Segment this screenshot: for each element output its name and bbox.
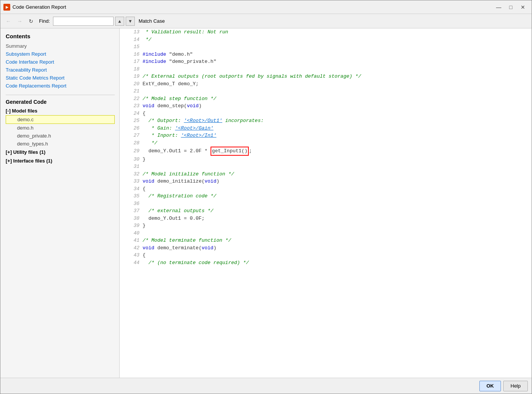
line-number: 27 — [120, 132, 141, 139]
line-content — [141, 66, 532, 73]
line-content: /* Model terminate function */ — [141, 237, 532, 244]
code-line: 20ExtY_demo_T demo_Y; — [120, 80, 532, 88]
code-hyperlink[interactable]: '<Root>/In1' — [181, 133, 217, 138]
close-button[interactable]: ✕ — [517, 3, 529, 12]
model-files-group: [-] Model files demo.c demo.h demo_priva… — [6, 108, 115, 148]
minimize-button[interactable]: — — [493, 3, 504, 12]
line-number: 15 — [120, 43, 141, 51]
forward-button[interactable]: → — [15, 16, 25, 26]
sidebar-link-subsystem[interactable]: Subsystem Report — [6, 51, 115, 57]
line-content: /* external outputs */ — [141, 207, 532, 215]
code-line: 34{ — [120, 185, 532, 193]
file-demo-c[interactable]: demo.c — [6, 115, 115, 124]
line-number: 33 — [120, 178, 141, 185]
find-down-button[interactable]: ▼ — [126, 17, 135, 26]
code-hyperlink[interactable]: '<Root>/Out1' — [184, 118, 222, 124]
model-files-header[interactable]: [-] Model files — [6, 108, 115, 114]
line-content: /* Model step function */ — [141, 95, 532, 103]
line-number: 40 — [120, 230, 141, 237]
line-content: demo_Y.Out1 = 2.0F * get_Input1(); — [141, 147, 532, 156]
line-number: 17 — [120, 58, 141, 66]
code-line: 28 */ — [120, 139, 532, 147]
code-line: 18 — [120, 66, 532, 73]
line-number: 26 — [120, 125, 141, 132]
code-line: 22/* Model step function */ — [120, 95, 532, 103]
line-number: 13 — [120, 28, 141, 36]
code-table: 13 * Validation result: Not run14 */1516… — [120, 28, 532, 266]
code-line: 24{ — [120, 110, 532, 117]
maximize-button[interactable]: □ — [505, 3, 516, 12]
line-content: * Validation result: Not run — [141, 28, 532, 36]
refresh-button[interactable]: ↻ — [26, 16, 36, 26]
sidebar-link-summary[interactable]: Summary — [6, 43, 115, 49]
generated-code-title: Generated Code — [6, 99, 115, 105]
line-content: /* Outport: '<Root>/Out1' incorporates: — [141, 117, 532, 125]
sidebar-link-static-code[interactable]: Static Code Metrics Report — [6, 75, 115, 81]
line-number: 19 — [120, 73, 141, 80]
code-line: 31 — [120, 163, 532, 170]
code-line: 38 demo_Y.Out1 = 0.0F; — [120, 215, 532, 222]
line-number: 41 — [120, 237, 141, 244]
sidebar-link-code-replacements[interactable]: Code Replacements Report — [6, 83, 115, 89]
line-number: 39 — [120, 222, 141, 230]
code-line: 19/* External outputs (root outports fed… — [120, 73, 532, 80]
contents-title: Contents — [6, 33, 115, 39]
code-line: 25 /* Outport: '<Root>/Out1' incorporate… — [120, 117, 532, 125]
highlighted-code: get_Input1() — [211, 147, 249, 156]
code-line: 35 /* Registration code */ — [120, 192, 532, 200]
line-number: 37 — [120, 207, 141, 215]
code-line: 21 — [120, 88, 532, 95]
line-content — [141, 43, 532, 51]
find-up-button[interactable]: ▲ — [115, 17, 124, 26]
line-number: 28 — [120, 139, 141, 147]
app-icon: ▶ — [3, 4, 10, 11]
line-content: } — [141, 222, 532, 230]
line-content — [141, 88, 532, 95]
line-number: 34 — [120, 185, 141, 193]
code-line: 14 */ — [120, 36, 532, 44]
file-demo-types-h[interactable]: demo_types.h — [6, 140, 115, 148]
code-line: 33void demo_initialize(void) — [120, 178, 532, 185]
interface-files-group: [+] Interface files (1) — [6, 158, 115, 165]
line-content: #include "demo.h" — [141, 51, 532, 58]
interface-files-header[interactable]: [+] Interface files (1) — [6, 158, 115, 164]
line-content: */ — [141, 139, 532, 147]
line-number: 14 — [120, 36, 141, 44]
code-pane[interactable]: 13 * Validation result: Not run14 */1516… — [120, 28, 532, 378]
code-line: 37 /* external outputs */ — [120, 207, 532, 215]
code-line: 42void demo_terminate(void) — [120, 244, 532, 252]
line-content: demo_Y.Out1 = 0.0F; — [141, 215, 532, 222]
code-hyperlink[interactable]: '<Root>/Gain' — [175, 125, 213, 131]
help-button[interactable]: Help — [503, 381, 528, 391]
line-content: { — [141, 252, 532, 259]
bottom-bar: OK Help — [0, 378, 532, 394]
code-line: 41/* Model terminate function */ — [120, 237, 532, 244]
code-line: 43{ — [120, 252, 532, 259]
sidebar-link-traceability[interactable]: Traceability Report — [6, 67, 115, 73]
ok-button[interactable]: OK — [479, 381, 501, 391]
line-number: 31 — [120, 163, 141, 170]
line-number: 25 — [120, 117, 141, 125]
line-content: void demo_step(void) — [141, 102, 532, 110]
line-content — [141, 163, 532, 170]
line-number: 43 — [120, 252, 141, 259]
file-demo-private-h[interactable]: demo_private.h — [6, 132, 115, 140]
line-number: 21 — [120, 88, 141, 95]
line-number: 35 — [120, 192, 141, 200]
code-line: 26 * Gain: '<Root>/Gain' — [120, 125, 532, 132]
main-content: Contents Summary Subsystem Report Code I… — [0, 28, 532, 378]
code-line: 27 * Inport: '<Root>/In1' — [120, 132, 532, 139]
utility-files-header[interactable]: [+] Utility files (1) — [6, 149, 115, 155]
file-demo-h[interactable]: demo.h — [6, 124, 115, 132]
line-number: 23 — [120, 102, 141, 110]
code-line: 30} — [120, 156, 532, 163]
code-line: 15 — [120, 43, 532, 51]
find-input[interactable] — [53, 17, 114, 26]
line-content: */ — [141, 36, 532, 44]
line-number: 16 — [120, 51, 141, 58]
sidebar-divider — [6, 95, 115, 95]
back-button[interactable]: ← — [3, 16, 13, 26]
line-content: { — [141, 110, 532, 117]
sidebar-link-code-interface[interactable]: Code Interface Report — [6, 59, 115, 65]
sidebar: Contents Summary Subsystem Report Code I… — [0, 28, 120, 378]
